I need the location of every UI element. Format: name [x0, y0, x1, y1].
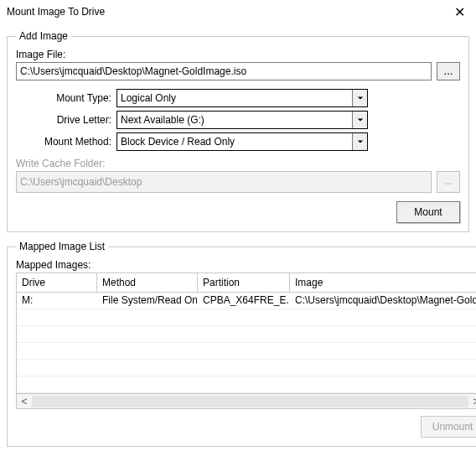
- table-row: [17, 376, 476, 393]
- chevron-down-icon: [352, 90, 367, 106]
- mount-method-select[interactable]: Block Device / Read Only: [116, 132, 368, 151]
- mapped-images-table[interactable]: Drive Method Partition Image M: File Sys…: [16, 272, 476, 409]
- unmount-button: Unmount: [421, 416, 476, 438]
- write-cache-input: [16, 171, 432, 193]
- unmount-button-row: Unmount: [16, 416, 476, 438]
- cell-drive: M:: [17, 293, 97, 309]
- scrollbar-track[interactable]: [32, 396, 468, 407]
- mount-type-row: Mount Type: Logical Only: [16, 89, 460, 107]
- image-file-label: Image File:: [16, 49, 460, 60]
- column-header-image[interactable]: Image: [290, 273, 476, 292]
- title-bar: Mount Image To Drive ✕: [0, 0, 476, 23]
- image-file-browse-button[interactable]: ...: [437, 62, 460, 80]
- cell-method: File System/Read Only: [97, 293, 198, 309]
- add-image-group: Add Image Image File: ... Mount Type: Lo…: [7, 30, 469, 232]
- column-header-drive[interactable]: Drive: [17, 273, 97, 292]
- cell-image: C:\Users\jmcquaid\Desktop\Magnet-Gold: [290, 293, 476, 309]
- chevron-down-icon: [352, 112, 367, 128]
- mapped-images-label: Mapped Images:: [16, 259, 476, 271]
- drive-letter-row: Drive Letter: Next Available (G:): [16, 111, 460, 129]
- drive-letter-select[interactable]: Next Available (G:): [116, 111, 368, 129]
- cell-partition: CPBA_X64FRE_E...: [198, 293, 290, 309]
- write-cache-label: Write Cache Folder:: [16, 158, 460, 169]
- table-row: [17, 326, 476, 343]
- mount-type-select[interactable]: Logical Only: [116, 89, 368, 107]
- table-body: M: File System/Read Only CPBA_X64FRE_E..…: [17, 293, 476, 393]
- image-file-input[interactable]: [16, 62, 432, 80]
- horizontal-scrollbar[interactable]: < >: [17, 393, 476, 408]
- scroll-right-icon[interactable]: >: [468, 396, 476, 407]
- mapped-image-list-legend: Mapped Image List: [16, 241, 108, 252]
- dialog-footer: Close: [0, 462, 476, 467]
- table-row: [17, 360, 476, 376]
- column-header-method[interactable]: Method: [97, 273, 198, 292]
- window-title: Mount Image To Drive: [7, 6, 105, 18]
- mount-method-value: Block Device / Read Only: [117, 133, 352, 150]
- table-row[interactable]: M: File System/Read Only CPBA_X64FRE_E..…: [17, 293, 476, 309]
- mount-type-value: Logical Only: [117, 90, 352, 106]
- close-icon[interactable]: ✕: [449, 4, 469, 20]
- column-header-partition[interactable]: Partition: [198, 273, 290, 292]
- image-file-row: ...: [16, 62, 460, 80]
- mount-method-row: Mount Method: Block Device / Read Only: [16, 132, 460, 151]
- mapped-image-list-group: Mapped Image List Mapped Images: Drive M…: [7, 241, 476, 447]
- mount-method-label: Mount Method:: [16, 136, 116, 148]
- write-cache-browse-button: ...: [437, 171, 460, 193]
- scroll-left-icon[interactable]: <: [17, 396, 32, 407]
- mount-type-label: Mount Type:: [16, 92, 116, 104]
- table-row: [17, 343, 476, 360]
- mount-button[interactable]: Mount: [396, 201, 460, 223]
- write-cache-row: ...: [16, 171, 460, 193]
- dialog-body: Add Image Image File: ... Mount Type: Lo…: [0, 23, 476, 462]
- drive-letter-label: Drive Letter:: [16, 114, 116, 126]
- drive-letter-value: Next Available (G:): [117, 112, 352, 128]
- table-row: [17, 309, 476, 326]
- mount-button-row: Mount: [16, 201, 460, 223]
- chevron-down-icon: [352, 133, 367, 150]
- add-image-legend: Add Image: [16, 30, 71, 42]
- table-header: Drive Method Partition Image: [17, 273, 476, 293]
